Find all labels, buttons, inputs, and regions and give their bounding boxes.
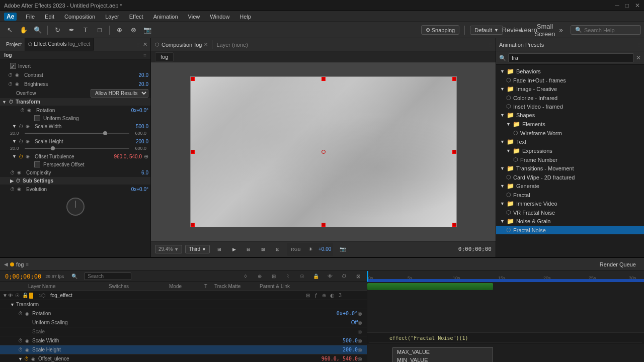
offset-turbulence-value[interactable]: 960.0, 540.0 (114, 154, 142, 159)
menu-composition[interactable]: Composition (60, 13, 99, 21)
tl-comp-tab[interactable]: fog (16, 261, 24, 267)
scale-height-value[interactable]: 200.0 (136, 139, 148, 144)
tree-item-text[interactable]: ▼ 📁 Text (496, 137, 644, 146)
menu-layer[interactable]: Layer (101, 13, 123, 21)
rotation-value[interactable]: 0x+0.0° (131, 108, 148, 113)
ac-max-value[interactable]: MAX_VALUE (393, 348, 493, 356)
scale-height-stopwatch[interactable]: ⏱ (19, 139, 24, 144)
tl-view-btn[interactable]: 👁 (324, 270, 337, 283)
sw-motion[interactable]: ⊕ (320, 293, 328, 298)
comp-fog-tab[interactable]: fog (155, 52, 174, 61)
layer-none-tab[interactable]: Layer (none) (216, 42, 248, 48)
corner-handle-tr[interactable] (452, 77, 456, 81)
layer-solo-icon[interactable]: ☉ (15, 293, 22, 298)
tree-item-fractal[interactable]: ⬡ Fractal (496, 191, 644, 199)
panel-menu-icon[interactable]: ≡ (137, 42, 140, 48)
comp-toggle-icon[interactable]: ⊟ (242, 243, 255, 255)
select-tool[interactable]: ↖ (3, 24, 16, 36)
layer-eyeball-icon[interactable]: 👁 (8, 293, 15, 298)
off-expand[interactable]: ▼ (18, 356, 24, 361)
tree-item-generate[interactable]: ▼ 📁 Generate (496, 182, 644, 191)
crosshair-icon[interactable]: ⊕ (144, 153, 148, 160)
maximize-btn[interactable]: □ (625, 2, 629, 9)
scale-width-expand[interactable]: ▼ (12, 124, 17, 129)
exposure-icon[interactable]: ☀ (304, 243, 317, 255)
panel-close-icon[interactable]: ✕ (143, 41, 147, 48)
tree-item-noise-grain[interactable]: ▼ 📁 Noise & Grain (496, 217, 644, 226)
sw-3d[interactable]: 3 (337, 293, 344, 298)
scale-height-prop-value[interactable]: 200.0 (343, 347, 358, 352)
offset-turb-expand[interactable]: ▼ (12, 154, 17, 159)
puppet-tool[interactable]: ⊕ (113, 24, 126, 36)
tree-item-image-creative[interactable]: ▼ 📁 Image - Creative (496, 84, 644, 94)
overflow-dropdown[interactable]: Allow HDR Results (91, 89, 148, 98)
sw-blur[interactable]: ⊞ (304, 293, 311, 298)
transform-section[interactable]: ▼ ⏱ Transform (0, 98, 150, 106)
rotation-sw-icon[interactable]: ⏱ (18, 311, 25, 316)
playhead[interactable] (367, 271, 368, 282)
side-handle-b[interactable] (321, 223, 326, 227)
center-handle[interactable] (321, 150, 326, 154)
brightness-value[interactable]: 20.0 (139, 81, 148, 87)
presets-menu-icon[interactable]: ≡ (638, 42, 641, 48)
layer-lock-icon[interactable]: 🔓 (22, 293, 29, 298)
scale-width-stopwatch[interactable]: ⏱ (19, 124, 24, 129)
offset-prop-value[interactable]: 960.0, 540.0 (321, 356, 358, 361)
tl-search-input[interactable] (88, 274, 128, 279)
side-handle-t[interactable] (321, 77, 326, 81)
tree-item-elements[interactable]: ▼ 📁 Elements (496, 120, 644, 129)
ac-min-value[interactable]: MIN_VALUE (393, 356, 493, 362)
project-tab[interactable]: Project (3, 38, 25, 51)
search-help-input[interactable] (584, 27, 634, 33)
layer-expand-icon[interactable]: ▼ (2, 293, 8, 298)
rotation-stopwatch[interactable]: ⏱ (20, 108, 25, 113)
comp-tab-close[interactable]: ✕ (204, 42, 208, 47)
menu-animation[interactable]: Animation (149, 13, 182, 21)
effect-controls-tab[interactable]: ⬡ Effect Controls fog_effect (25, 38, 94, 51)
menu-help[interactable]: Help (235, 13, 255, 21)
sh-sw-icon[interactable]: ⏱ (18, 347, 25, 352)
close-btn[interactable]: ✕ (635, 2, 640, 9)
menu-edit[interactable]: Edit (41, 13, 58, 21)
menu-window[interactable]: Window (206, 13, 233, 21)
tree-item-expressions[interactable]: ▼ 📁 Expressions (496, 146, 644, 155)
corner-handle-tl[interactable] (191, 77, 195, 81)
contrast-stopwatch[interactable]: ⏱ (8, 72, 13, 78)
sub-settings-stopwatch[interactable]: ⏱ (16, 178, 21, 184)
comp-tab[interactable]: Composition (162, 42, 192, 48)
minimize-btn[interactable]: ─ (615, 2, 619, 9)
evolution-value[interactable]: 0x+0.0° (131, 187, 148, 192)
tl-tab-menu[interactable]: ≡ (26, 261, 29, 267)
camera-icon[interactable]: 📷 (336, 243, 349, 255)
scale-height-slider[interactable] (25, 148, 129, 149)
tl-compose-btn[interactable]: ⊞ (267, 270, 280, 283)
rotation-prop-value[interactable]: 0x+0.0° (337, 311, 358, 316)
presets-search-input[interactable] (508, 53, 634, 62)
pen-tool[interactable]: ✒ (65, 24, 78, 36)
extend-panels-btn[interactable]: » (554, 24, 568, 36)
sw-adjust[interactable]: ◐ (329, 293, 336, 298)
scale-width-value[interactable]: 500.0 (136, 124, 148, 129)
perspective-offset-checkbox[interactable] (34, 161, 40, 167)
small-screen-btn[interactable]: Small Screen (538, 24, 551, 36)
tl-graph-btn[interactable]: ⌇ (281, 270, 294, 283)
hand-tool[interactable]: ✋ (17, 24, 30, 36)
tree-item-wireframe[interactable]: ⬡ Wireframe Worm (496, 129, 644, 137)
comp-render-icon[interactable]: ▶ (227, 243, 240, 255)
complexity-stopwatch[interactable]: ⏱ (10, 170, 15, 175)
sw-icon1[interactable]: ⏱ (18, 338, 25, 343)
evolution-stopwatch[interactable]: ⏱ (10, 187, 15, 192)
contrast-value[interactable]: 20.0 (139, 72, 148, 78)
corner-handle-br[interactable] (452, 223, 456, 227)
menu-effect[interactable]: Effect (125, 13, 147, 21)
comp-guide-icon[interactable]: ⊡ (271, 243, 284, 255)
layer-bar[interactable] (367, 283, 493, 290)
side-handle-r[interactable] (452, 150, 456, 154)
tree-item-frame-number[interactable]: ⬡ Frame Number (496, 155, 644, 164)
presets-search-clear[interactable]: ✕ (636, 54, 641, 61)
evolution-dial[interactable] (66, 198, 85, 216)
tree-item-fade-inout[interactable]: ⬡ Fade In+Out - frames (496, 76, 644, 84)
transform-stopwatch[interactable]: ⏱ (9, 99, 14, 105)
workspace-selector[interactable]: Default ▼ (470, 26, 503, 35)
tl-search-btn[interactable]: 🔍 (68, 270, 81, 283)
